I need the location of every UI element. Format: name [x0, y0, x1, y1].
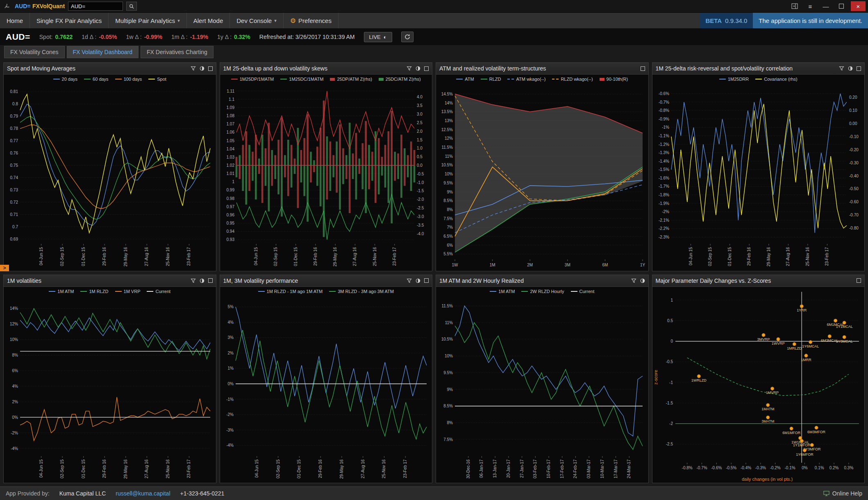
legend-item[interactable]: 1M VRP [115, 289, 141, 294]
maximize-icon[interactable] [424, 66, 429, 71]
contrast-icon[interactable] [200, 66, 205, 71]
legend-item[interactable]: 3M RLZD - 3M ago 3M ATM [329, 289, 394, 294]
svg-text:02-Sep 15: 02-Sep 15 [60, 459, 64, 478]
contrast-icon[interactable] [200, 278, 205, 283]
svg-text:0.2%: 0.2% [829, 466, 838, 470]
svg-text:0.5: 0.5 [667, 318, 673, 323]
menu-dev-console[interactable]: Dev Console▾ [230, 13, 283, 28]
symbol-search-input[interactable] [68, 2, 123, 11]
chart-area[interactable]: -4%-3%-2%-1%0%1%2%3%4%5%04-Jun 1502-Sep … [220, 296, 432, 483]
menu-single-fx-pair-analytics[interactable]: Single FX Pair Analytics [30, 13, 109, 28]
legend-item[interactable]: Current [147, 289, 170, 294]
refresh-button[interactable] [401, 32, 414, 42]
panel-daily-changes-z-scores: Major Parameter Daily Changes vs. Z-Scor… [652, 275, 865, 484]
chart-area[interactable]: 0.930.940.950.960.970.980.9911.011.021.0… [220, 84, 432, 271]
chart-area[interactable]: 0.690.70.710.720.730.740.750.760.770.780… [4, 84, 216, 271]
contrast-icon[interactable] [416, 278, 420, 283]
svg-text:10%: 10% [445, 172, 453, 176]
layout-restore-icon[interactable] [788, 1, 801, 11]
maximize-icon[interactable] [641, 66, 645, 71]
legend-item[interactable]: ATM wkago(--) [507, 77, 545, 82]
search-icon[interactable] [126, 2, 137, 11]
legend-item[interactable]: ATM [456, 77, 474, 82]
chart-area[interactable]: 7.5%8%8.5%9%9.5%10%10.5%11%11.5%30-Dec-1… [436, 296, 648, 483]
maximize-icon[interactable] [208, 66, 213, 71]
provider-name: Kuma Capital LLC [59, 490, 106, 497]
svg-text:-3%: -3% [226, 427, 234, 432]
online-help-link[interactable]: Online Help [823, 490, 862, 497]
svg-text:06-Jan-17: 06-Jan-17 [479, 459, 484, 477]
svg-text:0.00: 0.00 [849, 121, 857, 126]
close-button[interactable]: × [851, 1, 866, 11]
contrast-icon[interactable] [416, 66, 420, 71]
svg-text:-0.2%: -0.2% [770, 466, 780, 470]
legend-item[interactable]: 60 days [84, 77, 109, 82]
chart-svg: -4%-3%-2%-1%0%1%2%3%4%5%04-Jun 1502-Sep … [220, 296, 432, 483]
svg-text:0.78: 0.78 [10, 126, 18, 131]
contrast-icon[interactable] [848, 66, 853, 71]
svg-text:8%: 8% [12, 353, 18, 357]
legend-item[interactable]: 25DP/ATM Z(rhs) [330, 77, 372, 82]
maximize-icon[interactable] [857, 278, 861, 283]
chart-area[interactable]: -2.3%-2.2%-2.1%-2%-1.9%-1.8%-1.7%-1.6%-1… [652, 84, 865, 271]
svg-text:10-Feb-17: 10-Feb-17 [546, 459, 551, 478]
sidebar-expand-handle[interactable]: > [0, 265, 9, 271]
tab-fx-derivatives-charting[interactable]: FX Derivatives Charting [141, 46, 214, 58]
provider-email-link[interactable]: russell@kuma.capital [116, 490, 170, 497]
menu-icon[interactable]: ≡ [804, 1, 816, 11]
provider-phone: +1-323-645-0221 [180, 490, 225, 497]
filter-icon[interactable] [191, 66, 196, 71]
maximize-icon[interactable] [208, 278, 213, 283]
chart-area[interactable]: -2.5-2-1.5-1-0.500.51-0.8%-0.7%-0.6%-0.5… [652, 287, 865, 483]
filter-icon[interactable] [839, 66, 844, 71]
chart-area[interactable]: 5.5%6%6.5%7%7.5%8%8.5%9%9.5%10%10.5%11%1… [436, 84, 648, 271]
svg-text:-3.0: -3.0 [417, 214, 424, 219]
menu-home[interactable]: Home [0, 13, 30, 28]
legend-item[interactable]: 90-10th(R) [600, 77, 628, 82]
maximize-icon[interactable] [857, 66, 861, 71]
filter-icon[interactable] [191, 278, 196, 283]
legend-item[interactable]: 25DC/ATM Z(rhs) [379, 77, 421, 82]
filter-icon[interactable] [407, 66, 412, 71]
menu-alert-mode[interactable]: Alert Mode [187, 13, 230, 28]
legend-item[interactable]: RLZD [481, 77, 501, 82]
legend-item[interactable]: Covariance (rhs) [755, 77, 797, 82]
svg-text:13%: 13% [445, 118, 453, 123]
tab-fx-volatility-dashboard[interactable]: FX Volatility Dashboard [67, 46, 139, 58]
half-circle-icon: ◐ [384, 34, 387, 40]
contrast-icon[interactable] [640, 278, 645, 283]
legend-item[interactable]: 1M RLZD - 1M ago 1M ATM [258, 289, 323, 294]
legend-item[interactable]: RLZD wkago(--) [552, 77, 593, 82]
live-toggle[interactable]: LIVE◐ [364, 32, 392, 42]
minimize-button[interactable]: — [820, 1, 832, 11]
tab-fx-volatility-cones[interactable]: FX Volatility Cones [4, 46, 65, 58]
panel-1m-3m-vol-performance: 1M, 3M volatility performance 1M RLZD - … [220, 275, 433, 484]
svg-text:04-Jun 15: 04-Jun 15 [254, 247, 258, 266]
svg-text:11%: 11% [445, 320, 453, 325]
filter-icon[interactable] [631, 278, 636, 283]
chart-area[interactable]: -4%-2%0%2%4%6%8%10%12%14%04-Jun 1502-Sep… [4, 296, 216, 483]
legend-item[interactable]: 1M ATM [49, 289, 74, 294]
menu-multiple-pair-analytics[interactable]: Multiple Pair Analytics▾ [109, 13, 186, 28]
legend-item[interactable]: 1M25DC/1MATM [280, 77, 323, 82]
legend-item[interactable]: 2W RLZD Hourly [521, 289, 564, 294]
maximize-button[interactable] [835, 1, 848, 11]
legend-item[interactable]: 1M25DP/1MATM [231, 77, 274, 82]
legend-item[interactable]: 20 days [53, 77, 78, 82]
filter-icon[interactable] [407, 278, 412, 283]
maximize-icon[interactable] [424, 278, 429, 283]
legend-item[interactable]: 1M25DRR [719, 77, 749, 82]
legend-item[interactable]: 1M ATM [490, 289, 515, 294]
legend-item[interactable]: Current [571, 289, 595, 294]
app-logo-icon [2, 2, 11, 11]
legend-item[interactable]: Spot [148, 77, 166, 82]
panel-header: 1M, 3M volatility performance [220, 275, 432, 287]
svg-text:1.07: 1.07 [226, 122, 234, 126]
svg-text:13.5%: 13.5% [441, 109, 453, 114]
svg-text:daily changes (in vol pts.): daily changes (in vol pts.) [741, 477, 792, 482]
svg-text:1Y3MCAL: 1Y3MCAL [836, 339, 852, 343]
svg-text:0.20: 0.20 [849, 95, 857, 100]
menu-preferences[interactable]: ⚙Preferences [284, 13, 339, 28]
legend-item[interactable]: 1M RLZD [80, 289, 108, 294]
legend-item[interactable]: 100 days [115, 77, 142, 82]
